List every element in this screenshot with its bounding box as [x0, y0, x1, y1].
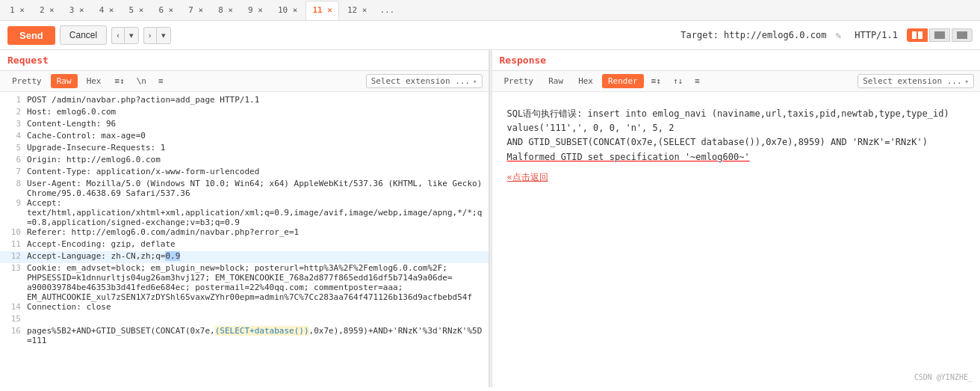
response-format-tabs: Pretty Raw Hex Render ≡↕ ↑↓ ≡ Select ext…: [492, 71, 981, 92]
response-header: Response: [492, 50, 981, 71]
line-number: 12: [6, 251, 21, 263]
line-number: 4: [6, 131, 21, 143]
view-request-button[interactable]: [929, 28, 950, 42]
line-content: Content-Type: application/x-www-form-url…: [27, 167, 259, 179]
tab-2[interactable]: 2 ×: [33, 1, 61, 20]
line-content: Accept: text/html,application/xhtml+xml,…: [27, 198, 482, 227]
select-extension-label: Select extension ...: [863, 76, 961, 86]
response-tab-raw[interactable]: Raw: [542, 74, 569, 88]
response-tab-render[interactable]: Render: [602, 74, 644, 88]
response-tab-pretty[interactable]: Pretty: [498, 74, 540, 88]
request-content[interactable]: 1 POST /admin/navbar.php?action=add_page…: [0, 92, 489, 387]
line-number: 6: [6, 155, 21, 167]
table-row: 7 Content-Type: application/x-www-form-u…: [0, 167, 489, 179]
select-extension-label: Select extension ...: [371, 76, 470, 86]
svg-rect-2: [934, 31, 945, 39]
view-response-button[interactable]: [952, 28, 973, 42]
line-number: 14: [6, 302, 21, 314]
cancel-button[interactable]: Cancel: [60, 25, 107, 45]
main-content: Request Pretty Raw Hex ≡↕ \n ≡ Select ex…: [0, 50, 980, 387]
tab-7[interactable]: 7 ×: [182, 1, 210, 20]
response-icon-2[interactable]: ↑↓: [669, 74, 687, 88]
nav-forward-dropdown-button[interactable]: ▾: [156, 27, 171, 44]
table-row: 12 Accept-Language: zh-CN,zh;q=0.9: [0, 251, 489, 263]
table-row: 4 Cache-Control: max-age=0: [0, 131, 489, 143]
tab-12[interactable]: 12 ×: [341, 1, 374, 20]
tab-6[interactable]: 6 ×: [152, 1, 180, 20]
table-row: 11 Accept-Encoding: gzip, deflate: [0, 239, 489, 251]
response-icon-3[interactable]: ≡: [690, 74, 704, 88]
line-content: pages%5B2+AND+GTID_SUBSET(CONCAT(0x7e,(S…: [27, 326, 482, 345]
line-number: 3: [6, 119, 21, 131]
table-row: 2 Host: emlog6.0.com: [0, 107, 489, 119]
line-content: Accept-Encoding: gzip, deflate: [27, 239, 176, 251]
request-tab-pretty[interactable]: Pretty: [6, 74, 48, 88]
response-icon-1[interactable]: ≡↕: [647, 74, 666, 88]
line-content: Referer: http://emlog6.0.com/admin/navba…: [27, 227, 299, 239]
line-content: User-Agent: Mozilla/5.0 (Windows NT 10.0…: [27, 179, 482, 198]
line-content: Connection: close: [27, 302, 111, 314]
line-number: 16: [6, 326, 21, 345]
request-panel: Request Pretty Raw Hex ≡↕ \n ≡ Select ex…: [0, 50, 489, 387]
nav-dropdown-button[interactable]: ▾: [124, 27, 139, 44]
request-select-extension[interactable]: Select extension ... ▾: [366, 74, 483, 88]
line-number: 2: [6, 107, 21, 119]
table-row: 16 pages%5B2+AND+GTID_SUBSET(CONCAT(0x7e…: [0, 326, 489, 345]
send-button[interactable]: Send: [7, 26, 55, 45]
edit-icon[interactable]: ✎: [835, 30, 841, 41]
view-split-button[interactable]: [907, 28, 928, 42]
table-row: 13 Cookie: em_advset=block; em_plugin_ne…: [0, 263, 489, 302]
tab-9[interactable]: 9 ×: [241, 1, 270, 20]
request-icon-3[interactable]: ≡: [154, 74, 168, 88]
request-icon-2[interactable]: \n: [132, 74, 151, 88]
tab-3[interactable]: 3 ×: [63, 1, 91, 20]
line-number: 5: [6, 143, 21, 155]
nav-forward-button[interactable]: ›: [143, 27, 156, 44]
tab-1[interactable]: 1 ×: [3, 1, 31, 20]
response-panel: Response Pretty Raw Hex Render ≡↕ ↑↓ ≡ S…: [492, 50, 981, 387]
line-content: Origin: http://emlog6.0.com: [27, 155, 161, 167]
tab-8[interactable]: 8 ×: [211, 1, 240, 20]
request-view-icon: [934, 31, 945, 39]
line-content: Cache-Control: max-age=0: [27, 131, 146, 143]
request-tab-raw[interactable]: Raw: [51, 74, 78, 88]
split-view-icon: [912, 31, 922, 39]
response-view-icon: [957, 31, 967, 39]
response-tab-hex[interactable]: Hex: [572, 74, 599, 88]
toolbar: Send Cancel ‹ ▾ › ▾ Target: http://emlog…: [0, 21, 980, 50]
table-row: 5 Upgrade-Insecure-Requests: 1: [0, 143, 489, 155]
response-select-extension[interactable]: Select extension ... ▾: [858, 74, 974, 88]
svg-rect-0: [912, 31, 917, 39]
view-toggles: [907, 28, 973, 42]
tab-more[interactable]: ...: [375, 2, 399, 18]
tab-11[interactable]: 11 ×: [306, 1, 339, 20]
request-header: Request: [0, 50, 489, 71]
nav-back-button[interactable]: ‹: [111, 27, 124, 44]
table-row: 15: [0, 314, 489, 326]
line-content: Cookie: em_advset=block; em_plugin_new=b…: [27, 263, 472, 302]
line-number: 7: [6, 167, 21, 179]
line-content: Upgrade-Insecure-Requests: 1: [27, 143, 165, 155]
back-link[interactable]: «点击返回: [507, 172, 548, 182]
request-icon-1[interactable]: ≡↕: [111, 74, 129, 88]
line-number: 10: [6, 227, 21, 239]
malformed-gtid-text: Malformed GTID set specification '~emlog…: [507, 152, 750, 162]
tab-4[interactable]: 4 ×: [93, 1, 121, 20]
request-tab-hex[interactable]: Hex: [81, 74, 108, 88]
line-number: 13: [6, 263, 21, 302]
line-content: Host: emlog6.0.com: [27, 107, 116, 119]
line-number: 1: [6, 95, 21, 107]
tab-bar: 1 × 2 × 3 × 4 × 5 × 6 × 7 × 8 × 9 × 10 ×…: [0, 0, 980, 21]
request-format-tabs: Pretty Raw Hex ≡↕ \n ≡ Select extension …: [0, 71, 489, 92]
line-number: 11: [6, 239, 21, 251]
target-label: Target: http://emlog6.0.com: [680, 30, 826, 40]
http-version: HTTP/1.1: [855, 30, 898, 40]
tab-10[interactable]: 10 ×: [271, 1, 305, 20]
watermark: CSDN @YINZHE_: [914, 373, 973, 381]
tab-5[interactable]: 5 ×: [122, 1, 151, 20]
table-row: 9 Accept: text/html,application/xhtml+xm…: [0, 198, 489, 227]
response-content: SQL语句执行错误: insert into emlog_navi (navin…: [492, 92, 981, 387]
table-row: 1 POST /admin/navbar.php?action=add_page…: [0, 95, 489, 107]
table-row: 10 Referer: http://emlog6.0.com/admin/na…: [0, 227, 489, 239]
line-content: Content-Length: 96: [27, 119, 116, 131]
